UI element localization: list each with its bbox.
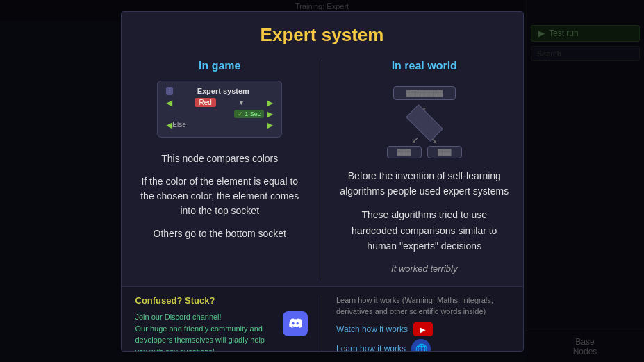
node-arrow-time: ▶ (267, 109, 273, 119)
flow-arrow-2: ↙ (411, 135, 420, 145)
node-dropdown-icon: ▼ (238, 99, 245, 106)
node-arrow-left: ◀ (166, 98, 172, 108)
discord-line1: Join our Discord channel! (135, 311, 276, 323)
node-arrow-else-right: ▶ (267, 120, 273, 130)
col-left-header: In game (199, 60, 240, 72)
node-arrow-else-left: ◀ (166, 120, 172, 130)
modal-title: Expert system (122, 12, 523, 53)
watch-label: Watch how it works (336, 324, 408, 334)
confused-title: Confused? Stuck? (135, 295, 308, 306)
warn-text: Learn how it works (Warning! Maths, inte… (336, 295, 509, 317)
flow-diagram: ▓▓▓▓▓▓▓▓ ↓ ↙ ↘ ▓▓▓ ▓▓▓ (387, 86, 462, 158)
bottom-right: Learn how it works (Warning! Maths, inte… (322, 295, 509, 351)
left-text-1: This node compares colors (161, 151, 278, 166)
learn-link[interactable]: Learn how it works 🌐 (336, 339, 509, 351)
web-icon: 🌐 (411, 339, 431, 351)
right-text-3: It worked terribly (391, 262, 457, 277)
left-text-2: If the color of the element is equal to … (135, 174, 305, 218)
right-text-2: These algorithms tried to use hardcoded … (340, 207, 509, 254)
youtube-icon: ▶ (413, 322, 433, 336)
node-i-label: i (166, 87, 173, 95)
flow-box-right: ▓▓▓ (427, 146, 462, 158)
node-name: Expert system (173, 87, 273, 95)
watch-link[interactable]: Watch how it works ▶ (336, 322, 509, 336)
column-divider (322, 60, 322, 281)
modal-bottom: Confused? Stuck? Join our Discord channe… (122, 286, 523, 351)
learn-label: Learn how it works (336, 344, 406, 351)
right-text-1: Before the invention of self-learning al… (340, 168, 509, 199)
node-time: ✓ 1 Sec (234, 110, 264, 118)
bottom-left: Confused? Stuck? Join our Discord channe… (135, 295, 323, 351)
modal-overlay: Expert system In game i Expert system ◀ … (0, 0, 644, 362)
col-in-game: In game i Expert system ◀ Red ▼ ▶ (135, 60, 305, 281)
node-arrow-right: ▶ (267, 98, 273, 108)
discord-text-block: Join our Discord channel! Our huge and f… (135, 311, 276, 351)
modal-columns: In game i Expert system ◀ Red ▼ ▶ (122, 53, 523, 281)
expert-system-modal: Expert system In game i Expert system ◀ … (121, 11, 524, 352)
discord-icon[interactable] (283, 311, 308, 336)
node-time-label: 1 Sec (245, 110, 261, 117)
col-real-world: In real world ▓▓▓▓▓▓▓▓ ↓ ↙ ↘ ▓▓▓ ▓▓▓ (340, 60, 509, 281)
left-text-3: Others go to the bottom socket (154, 227, 286, 241)
col-right-header: In real world (392, 60, 457, 72)
node-red-label: Red (195, 98, 215, 107)
flow-box-left: ▓▓▓ (387, 146, 422, 158)
node-else-label: Else (172, 121, 185, 129)
discord-line2: Our huge and friendly community and deve… (135, 323, 276, 352)
discord-row: Join our Discord channel! Our huge and f… (135, 311, 308, 351)
node-diagram: i Expert system ◀ Red ▼ ▶ ✓ 1 Sec (157, 81, 282, 138)
flow-box-top: ▓▓▓▓▓▓▓▓ (393, 86, 456, 100)
